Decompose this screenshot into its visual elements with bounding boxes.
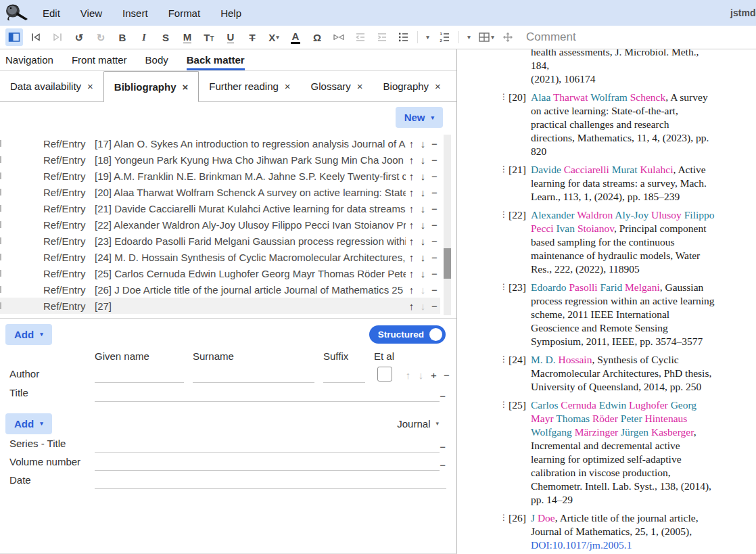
- skip-backward-icon[interactable]: [27, 28, 45, 46]
- skip-forward-icon[interactable]: [49, 28, 66, 46]
- section-tab-further-reading[interactable]: Further reading×: [199, 71, 300, 101]
- remove-row-button[interactable]: −: [429, 170, 440, 182]
- strikethrough-icon[interactable]: T: [243, 28, 261, 46]
- reference-row[interactable]: Ref/Entry[17] Alan O. Sykes An introduct…: [0, 135, 440, 152]
- reference-row[interactable]: Ref/Entry[20] Alaa Tharwat Wolfram Schen…: [0, 184, 440, 200]
- bullet-list-dropdown-icon[interactable]: ▾: [423, 28, 432, 46]
- drag-handle-icon[interactable]: ⋮: [500, 398, 509, 507]
- close-tab-icon[interactable]: ×: [435, 80, 441, 92]
- menu-item-view[interactable]: View: [70, 7, 112, 19]
- move-up-button[interactable]: ↑: [406, 138, 417, 149]
- panel-toggle-icon[interactable]: [5, 28, 23, 46]
- section-tab-biography[interactable]: Biography×: [373, 71, 451, 101]
- suffix-input[interactable]: [323, 368, 365, 383]
- bold-icon[interactable]: B: [114, 28, 131, 46]
- publication-type-select[interactable]: Journal ▾: [397, 418, 446, 430]
- title-input[interactable]: [95, 387, 440, 402]
- move-down-button[interactable]: ↓: [417, 138, 429, 149]
- move-down-button[interactable]: ↓: [417, 268, 429, 279]
- remove-row-button[interactable]: −: [429, 252, 440, 263]
- list-scrollbar[interactable]: [444, 135, 451, 315]
- remove-row-button[interactable]: −: [429, 219, 440, 231]
- move-down-button[interactable]: ↓: [417, 300, 429, 312]
- field-input-date[interactable]: [95, 474, 446, 489]
- menu-item-help[interactable]: Help: [210, 7, 252, 19]
- new-button[interactable]: New▾: [396, 107, 443, 128]
- section-tab-glossary[interactable]: Glossary×: [301, 71, 373, 101]
- section-tab-bibliography[interactable]: Bibliography×: [103, 71, 199, 102]
- underline-icon[interactable]: U: [222, 28, 239, 46]
- move-down-button[interactable]: ↓: [417, 170, 429, 182]
- field-remove-button[interactable]: −: [440, 441, 456, 453]
- tab-body[interactable]: Body: [145, 49, 168, 70]
- special-character-icon[interactable]: Ω: [308, 28, 326, 46]
- numbered-list-dropdown-icon[interactable]: ▾: [464, 28, 473, 46]
- tab-back-matter[interactable]: Back matter: [187, 49, 245, 70]
- increase-indent-icon[interactable]: [373, 28, 391, 46]
- table-icon[interactable]: ▾: [477, 28, 495, 46]
- move-down-button[interactable]: ↓: [417, 187, 429, 198]
- drag-handle-icon[interactable]: ⋮: [500, 281, 509, 348]
- reference-row[interactable]: Ref/Entry[23] Edoardo Pasolli Farid Melg…: [0, 233, 440, 249]
- author-move-up-button[interactable]: ↑: [402, 369, 415, 381]
- list-scrollbar-thumb[interactable]: [444, 248, 451, 279]
- menu-item-format[interactable]: Format: [158, 7, 211, 19]
- text-case-icon[interactable]: TT: [200, 28, 218, 46]
- move-up-button[interactable]: ↑: [406, 187, 417, 198]
- move-down-button[interactable]: ↓: [417, 203, 429, 214]
- drag-handle-icon[interactable]: ⋮: [500, 353, 509, 394]
- reference-row[interactable]: Ref/Entry[24] M. D. Hossain Synthesis of…: [0, 249, 440, 265]
- menu-item-edit[interactable]: Edit: [32, 7, 70, 19]
- tab-navigation[interactable]: Navigation: [5, 49, 53, 70]
- remove-row-button[interactable]: −: [429, 235, 440, 247]
- reference-row[interactable]: Ref/Entry[19] A.M. Franklin N.E. Brinkma…: [0, 168, 440, 184]
- etal-checkbox[interactable]: [377, 367, 392, 382]
- field-input-series-title[interactable]: [95, 438, 440, 453]
- reference-row[interactable]: Ref/Entry[25] Carlos Cernuda Edwin Lugho…: [0, 265, 440, 281]
- reference-row[interactable]: Ref/Entry[22] Alexander Waldron Aly-Joy …: [0, 216, 440, 233]
- reference-row[interactable]: Ref/Entry[26] J Doe Article title of the…: [0, 281, 440, 298]
- move-up-button[interactable]: ↑: [406, 203, 417, 214]
- italic-icon[interactable]: I: [135, 28, 153, 46]
- move-up-button[interactable]: ↑: [406, 235, 417, 247]
- bullet-list-icon[interactable]: [395, 28, 412, 46]
- redo-icon[interactable]: ↻: [92, 28, 110, 46]
- remove-row-button[interactable]: −: [429, 154, 440, 166]
- move-down-button[interactable]: ↓: [417, 252, 429, 263]
- given-name-input[interactable]: [95, 368, 184, 383]
- menu-item-insert[interactable]: Insert: [112, 7, 158, 19]
- title-remove-button[interactable]: −: [440, 390, 456, 402]
- decrease-indent-icon[interactable]: [352, 28, 369, 46]
- move-up-button[interactable]: ↑: [406, 219, 417, 231]
- reference-row[interactable]: Ref/Entry[18] Yongeun Park Kyung Hwa Cho…: [0, 152, 440, 168]
- close-tab-icon[interactable]: ×: [285, 80, 291, 92]
- remove-row-button[interactable]: −: [429, 187, 440, 198]
- author-add-button[interactable]: +: [427, 369, 440, 381]
- move-down-button[interactable]: ↓: [417, 284, 429, 296]
- drag-handle-icon[interactable]: ⋮: [500, 91, 509, 158]
- reference-row[interactable]: Ref/Entry[21] Davide Cacciarelli Murat K…: [0, 200, 440, 216]
- move-anchor-icon[interactable]: [499, 28, 517, 46]
- move-down-button[interactable]: ↓: [417, 154, 429, 166]
- ligature-icon[interactable]: [330, 28, 348, 46]
- structured-toggle[interactable]: Structured: [369, 325, 446, 344]
- field-remove-button[interactable]: −: [440, 459, 456, 471]
- script-dropdown-icon[interactable]: X▾: [265, 28, 283, 46]
- remove-row-button[interactable]: −: [429, 203, 440, 214]
- remove-row-button[interactable]: −: [429, 284, 440, 296]
- move-up-button[interactable]: ↑: [406, 252, 417, 263]
- surname-input[interactable]: [193, 368, 314, 383]
- move-up-button[interactable]: ↑: [406, 300, 417, 312]
- add-field-button[interactable]: Add▾: [5, 324, 52, 345]
- comment-button[interactable]: Comment: [526, 30, 576, 44]
- close-tab-icon[interactable]: ×: [87, 80, 93, 92]
- move-down-button[interactable]: ↓: [417, 219, 429, 231]
- drag-handle-icon[interactable]: ⋮: [500, 208, 509, 276]
- small-caps-icon[interactable]: S: [157, 28, 174, 46]
- remove-row-button[interactable]: −: [429, 268, 440, 279]
- reference-row[interactable]: Ref/Entry[27]↑↓−: [0, 298, 440, 314]
- author-move-down-button[interactable]: ↓: [415, 369, 427, 381]
- move-up-button[interactable]: ↑: [406, 284, 417, 296]
- mark-icon[interactable]: M: [179, 28, 196, 46]
- remove-row-button[interactable]: −: [429, 300, 440, 312]
